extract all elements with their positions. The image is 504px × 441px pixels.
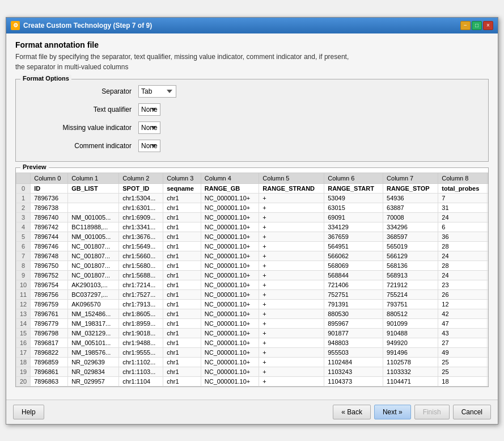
page-title: Format annotation file <box>15 40 489 49</box>
table-cell: 7 <box>438 193 488 203</box>
table-row: 127896759AK096570chr1:7913...chr1NC_0000… <box>16 299 489 309</box>
table-cell: 568136 <box>383 261 438 270</box>
table-cell: chr1:5680... <box>119 261 163 270</box>
back-button[interactable]: « Back <box>333 405 371 419</box>
table-cell: 7896754 <box>31 280 68 289</box>
table-cell: NM_152486... <box>68 309 119 318</box>
table-row: 177896822NM_198576...chr1:9555...chr1NC_… <box>16 347 489 357</box>
table-cell: 36 <box>438 232 488 241</box>
col-header-4: Column 4 <box>201 173 259 183</box>
table-cell: NR_029957 <box>68 376 119 386</box>
next-button[interactable]: Next » <box>374 405 411 419</box>
table-cell: 334129 <box>324 222 383 232</box>
maximize-button[interactable]: □ <box>472 21 482 30</box>
table-cell: NC_000001.10+ <box>201 203 259 212</box>
row-number: 8 <box>16 261 31 270</box>
minimize-button[interactable]: − <box>460 21 471 30</box>
cancel-button[interactable]: Cancel <box>453 405 491 419</box>
table-cell: 367659 <box>324 232 383 241</box>
missing-value-select-wrapper[interactable]: None NA N/A --- <box>138 121 479 134</box>
table-cell: 565019 <box>383 241 438 251</box>
table-row: 147896779NM_198317...chr1:8959...chr1NC_… <box>16 318 489 328</box>
page-description: Format file by specifying the separator,… <box>15 52 489 72</box>
table-cell: chr1 <box>163 328 201 338</box>
title-controls[interactable]: − □ × <box>460 21 493 30</box>
table-cell: NC_000001.10+ <box>201 270 259 280</box>
table-cell: chr1 <box>163 376 201 386</box>
comment-indicator-row: Comment indicator None # // <box>25 140 479 152</box>
row-number: 3 <box>16 212 31 222</box>
table-row: 27896738chr1:6301...chr1NC_000001.10++63… <box>16 203 489 212</box>
table-cell: chr1 <box>163 270 201 280</box>
table-cell: + <box>259 270 324 280</box>
row-number: 19 <box>16 367 31 376</box>
text-qualifier-label: Text qualifier <box>25 106 138 114</box>
row-number: 2 <box>16 203 31 212</box>
table-cell: --- <box>488 193 489 203</box>
table-cell: NC_000001.10+ <box>201 193 259 203</box>
finish-button[interactable]: Finish <box>414 405 450 419</box>
table-cell: NM_005101... <box>68 338 119 347</box>
table-cell: NC_000001.10+ <box>201 222 259 232</box>
row-number: 12 <box>16 299 31 309</box>
preview-table-wrapper[interactable]: Column 0 Column 1 Column 2 Column 3 Colu… <box>16 173 488 387</box>
col-header-3: Column 3 <box>163 173 201 183</box>
table-row: 17896736chr1:5304...chr1NC_000001.10++53… <box>16 193 489 203</box>
table-cell: 24 <box>438 270 488 280</box>
row-number: 15 <box>16 328 31 338</box>
row-number: 17 <box>16 347 31 357</box>
separator-select-wrapper[interactable]: Tab Comma Semicolon Space <box>138 85 479 98</box>
table-row: 57896744NM_001005...chr1:3676...chr1NC_0… <box>16 232 489 241</box>
table-cell: 69091 <box>324 212 383 222</box>
table-cell: 564951 <box>324 241 383 251</box>
comment-indicator-label: Comment indicator <box>25 142 138 150</box>
table-cell: 7896779 <box>31 318 68 328</box>
row-number: 16 <box>16 338 31 347</box>
text-qualifier-select-wrapper[interactable]: None " ' <box>138 103 479 116</box>
window-title: Create Custom Technology (Step 7 of 9) <box>23 22 152 30</box>
main-window: ⚙ Create Custom Technology (Step 7 of 9)… <box>6 17 498 425</box>
table-cell: chr1:3676... <box>119 232 163 241</box>
table-cell: 7896861 <box>31 367 68 376</box>
format-options-label: Format Options <box>20 75 71 82</box>
separator-select[interactable]: Tab Comma Semicolon Space <box>138 85 176 98</box>
table-cell: chr1:5304... <box>119 193 163 203</box>
table-cell: 27 <box>438 338 488 347</box>
table-cell: 7896822 <box>31 347 68 357</box>
column-header-row: Column 0 Column 1 Column 2 Column 3 Colu… <box>16 173 489 183</box>
col-header-8: Column 8 <box>438 173 488 183</box>
table-cell: chr1:8959... <box>119 318 163 328</box>
comment-indicator-select-wrapper[interactable]: None # // <box>138 140 479 152</box>
help-button[interactable]: Help <box>13 405 44 419</box>
table-cell: chr1:1104 <box>119 376 163 386</box>
header-col-7: RANGE_STOP <box>383 183 438 193</box>
table-cell: chr1:7527... <box>119 289 163 299</box>
table-cell: NC_000001.10+ <box>201 338 259 347</box>
table-cell: 901099 <box>383 318 438 328</box>
table-cell: 568069 <box>324 261 383 270</box>
table-row: 207896863NR_029957chr1:1104chr1NC_000001… <box>16 376 489 386</box>
table-cell: 1104373 <box>324 376 383 386</box>
table-cell: chr1 <box>163 309 201 318</box>
table-cell: 721406 <box>324 280 383 289</box>
text-qualifier-select[interactable]: None " ' <box>138 103 160 116</box>
footer-right-buttons: « Back Next » Finish Cancel <box>333 405 491 419</box>
table-cell: + <box>259 367 324 376</box>
table-cell: 7896738 <box>31 203 68 212</box>
table-cell: NM_001 <box>488 232 489 241</box>
table-cell: NC_000001.10+ <box>201 299 259 309</box>
table-cell: 25 <box>438 367 488 376</box>
table-cell: NC_000001.10+ <box>201 367 259 376</box>
table-row: 97896752NC_001807...chr1:5688...chr1NC_0… <box>16 270 489 280</box>
table-cell: chr1:3341... <box>119 222 163 232</box>
title-bar-left: ⚙ Create Custom Technology (Step 7 of 9) <box>11 21 152 30</box>
comment-indicator-select[interactable]: None # // <box>138 140 160 152</box>
table-cell: NM_152 <box>488 309 489 318</box>
table-cell: chr1 <box>163 318 201 328</box>
table-row: 157896798NM_032129...chr1:9018...chr1NC_… <box>16 328 489 338</box>
table-cell: NC_000001.10+ <box>201 241 259 251</box>
missing-value-select[interactable]: None NA N/A --- <box>138 121 160 134</box>
close-button[interactable]: × <box>483 21 493 30</box>
table-cell: chr1:9018... <box>119 328 163 338</box>
table-cell: NC_000001.10+ <box>201 347 259 357</box>
